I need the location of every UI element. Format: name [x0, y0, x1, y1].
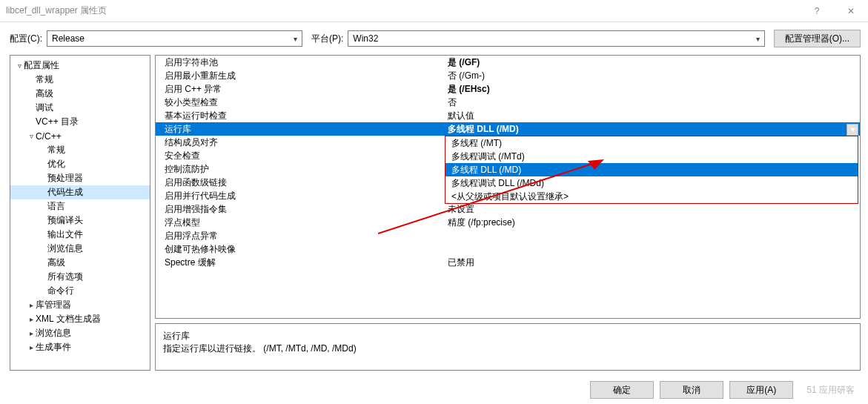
tree-item[interactable]: VC++ 目录: [10, 115, 150, 129]
property-row[interactable]: 启用 C++ 异常是 (/EHsc): [156, 82, 860, 96]
tree-item[interactable]: 高级: [10, 87, 150, 101]
tree-item-label: 浏览信息: [36, 327, 71, 340]
config-manager-button[interactable]: 配置管理器(O)...: [774, 30, 861, 47]
chevron-down-icon: ▾: [756, 35, 760, 43]
property-name: 安全检查: [156, 150, 445, 162]
property-name: 控制流防护: [156, 163, 445, 176]
tree-item[interactable]: ▿C/C++: [10, 129, 150, 143]
close-button[interactable]: ✕: [834, 0, 868, 22]
tree-item-label: 配置属性: [24, 59, 59, 72]
property-row[interactable]: 启用字符串池是 (/GF): [156, 56, 860, 69]
tree-item-label: 库管理器: [36, 299, 71, 311]
chevron-down-icon: ▿: [15, 62, 24, 70]
tree-item[interactable]: 输出文件: [10, 228, 150, 242]
cancel-button[interactable]: 取消: [660, 381, 723, 399]
chevron-down-icon: ▾: [294, 35, 297, 43]
property-row[interactable]: 创建可热修补映像: [156, 242, 860, 256]
help-button[interactable]: ?: [800, 0, 834, 22]
tree-item-label: 输出文件: [47, 228, 83, 241]
property-name: 启用字符串池: [156, 56, 445, 69]
watermark: 51 应用研客: [806, 384, 855, 397]
description-name: 运行库: [163, 330, 852, 342]
property-name: 启用最小重新生成: [156, 70, 445, 82]
tree-item-label: 高级: [47, 256, 65, 269]
chevron-right-icon: ▸: [27, 315, 36, 323]
tree-item[interactable]: ▸生成事件: [10, 340, 150, 354]
chevron-down-icon: ▿: [27, 132, 36, 140]
tree-item-label: 常规: [47, 144, 65, 156]
property-value[interactable]: 未设置: [445, 203, 860, 216]
property-value[interactable]: 默认值: [445, 110, 860, 122]
platform-combo[interactable]: Win32 ▾: [348, 30, 764, 47]
tree-item[interactable]: ▸XML 文档生成器: [10, 312, 150, 326]
property-value[interactable]: 多线程 DLL (/MD)▾: [445, 123, 860, 136]
property-row[interactable]: 启用增强指令集未设置: [156, 202, 860, 216]
tree-item[interactable]: ▿配置属性: [10, 59, 150, 73]
config-combo[interactable]: Release ▾: [47, 30, 302, 47]
property-row[interactable]: Spectre 缓解已禁用: [156, 256, 860, 269]
property-value[interactable]: 是 (/EHsc): [445, 83, 860, 96]
property-row[interactable]: 较小类型检查否: [156, 96, 860, 109]
tree-item[interactable]: 预处理器: [10, 171, 150, 185]
dropdown-option[interactable]: <从父级或项目默认设置继承>: [445, 190, 858, 203]
property-name: 启用浮点异常: [156, 230, 445, 242]
tree-item[interactable]: 命令行: [10, 284, 150, 298]
dropdown-arrow-icon[interactable]: ▾: [847, 124, 858, 136]
description-panel: 运行库 指定运行库以进行链接。 (/MT, /MTd, /MD, /MDd): [155, 323, 861, 371]
property-name: 浮点模型: [156, 216, 445, 229]
property-row[interactable]: 浮点模型精度 (/fp:precise): [156, 216, 860, 229]
tree-item[interactable]: 所有选项: [10, 270, 150, 284]
tree-item[interactable]: ▸浏览信息: [10, 326, 150, 340]
property-value[interactable]: 是 (/GF): [445, 56, 860, 69]
tree-item[interactable]: 优化: [10, 157, 150, 171]
tree-item[interactable]: 代码生成: [10, 185, 150, 199]
dropdown-option[interactable]: 多线程调试 (/MTd): [445, 150, 858, 163]
tree-item[interactable]: 常规: [10, 73, 150, 87]
tree-item-label: C/C++: [36, 131, 62, 142]
tree-item-label: 命令行: [47, 285, 74, 297]
window-title: libcef_dll_wrapper 属性页: [6, 4, 800, 17]
property-value[interactable]: 已禁用: [445, 256, 860, 269]
property-name: 启用并行代码生成: [156, 190, 445, 202]
config-label: 配置(C):: [10, 33, 42, 45]
platform-value: Win32: [353, 33, 378, 44]
tree-item-label: 优化: [47, 158, 65, 170]
tree-item[interactable]: 调试: [10, 101, 150, 115]
dropdown-option[interactable]: 多线程调试 DLL (/MDd): [445, 176, 858, 190]
property-row[interactable]: 启用浮点异常: [156, 229, 860, 242]
dropdown-option[interactable]: 多线程 (/MT): [445, 136, 858, 150]
tree-item[interactable]: 语言: [10, 199, 150, 213]
property-row[interactable]: 基本运行时检查默认值: [156, 109, 860, 122]
tree-item[interactable]: 预编译头: [10, 213, 150, 228]
tree-item-label: 生成事件: [36, 341, 71, 354]
tree-item[interactable]: ▸库管理器: [10, 298, 150, 312]
runtime-library-dropdown[interactable]: 多线程 (/MT)多线程调试 (/MTd)多线程 DLL (/MD)多线程调试 …: [445, 136, 858, 204]
tree-item-label: 代码生成: [47, 186, 83, 199]
tree-item-label: 常规: [36, 73, 53, 86]
property-name: 启用 C++ 异常: [156, 83, 445, 96]
property-name: 启用函数级链接: [156, 176, 445, 189]
chevron-right-icon: ▸: [27, 343, 36, 351]
tree-item[interactable]: 常规: [10, 143, 150, 157]
property-grid[interactable]: 启用字符串池是 (/GF)启用最小重新生成否 (/Gm-)启用 C++ 异常是 …: [155, 55, 861, 319]
category-tree[interactable]: ▿配置属性常规高级调试VC++ 目录▿C/C++常规优化预处理器代码生成语言预编…: [10, 55, 150, 371]
chevron-right-icon: ▸: [27, 329, 36, 337]
property-value[interactable]: 精度 (/fp:precise): [445, 216, 860, 229]
dialog-footer: 确定 取消 应用(A) 51 应用研客: [0, 371, 868, 399]
tree-item-label: 语言: [47, 200, 65, 213]
dropdown-option[interactable]: 多线程 DLL (/MD): [445, 163, 858, 176]
property-row[interactable]: 启用最小重新生成否 (/Gm-): [156, 69, 860, 82]
ok-button[interactable]: 确定: [590, 381, 654, 399]
property-name: Spectre 缓解: [156, 256, 445, 269]
tree-item-label: 高级: [36, 87, 53, 100]
property-row[interactable]: 运行库多线程 DLL (/MD)▾: [156, 122, 860, 136]
config-row: 配置(C): Release ▾ 平台(P): Win32 ▾ 配置管理器(O)…: [0, 22, 868, 55]
property-value[interactable]: 否: [445, 96, 860, 109]
property-value[interactable]: 否 (/Gm-): [445, 70, 860, 82]
tree-item-label: 所有选项: [47, 271, 83, 283]
tree-item[interactable]: 浏览信息: [10, 242, 150, 256]
tree-item[interactable]: 高级: [10, 256, 150, 270]
property-name: 创建可热修补映像: [156, 243, 445, 256]
tree-item-label: 调试: [36, 102, 53, 114]
apply-button[interactable]: 应用(A): [729, 381, 793, 399]
